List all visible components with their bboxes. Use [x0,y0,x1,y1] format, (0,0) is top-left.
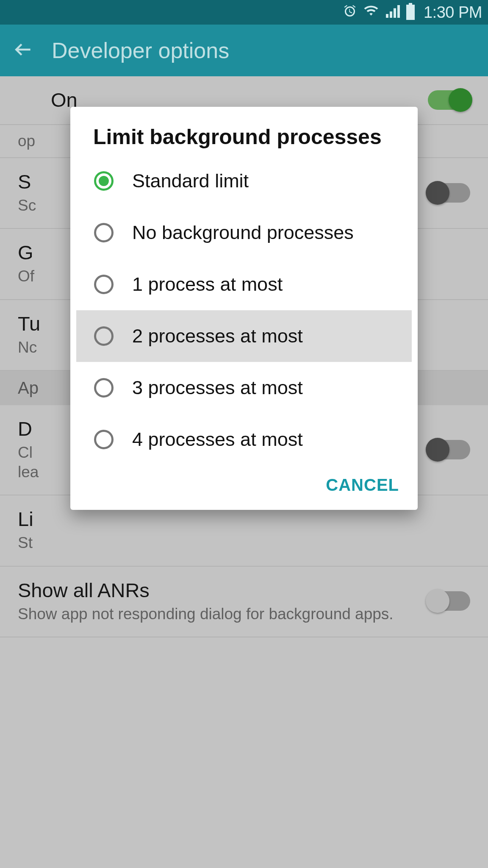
dialog-title: Limit background processes [70,125,418,155]
status-bar: 1:30 PM [0,0,488,25]
option-3-processes[interactable]: 3 processes at most [76,362,412,414]
modal-overlay[interactable]: Limit background processes Standard limi… [0,76,488,868]
radio-icon [94,430,114,449]
option-2-processes[interactable]: 2 processes at most [76,310,412,362]
option-1-process[interactable]: 1 process at most [76,259,412,310]
wifi-icon [363,4,380,21]
radio-icon [94,171,114,191]
radio-icon [94,326,114,346]
status-time: 1:30 PM [424,3,482,22]
action-bar: Developer options [0,25,488,76]
back-arrow-icon[interactable] [13,39,34,62]
battery-icon [405,3,416,22]
radio-icon [94,223,114,242]
radio-icon [94,275,114,294]
option-4-processes[interactable]: 4 processes at most [76,414,412,465]
radio-icon [94,378,114,398]
cancel-button[interactable]: CANCEL [326,476,399,495]
alarm-icon [342,4,358,21]
option-no-background[interactable]: No background processes [76,207,412,259]
limit-background-dialog: Limit background processes Standard limi… [70,107,418,510]
option-standard-limit[interactable]: Standard limit [76,155,412,207]
signal-icon [385,4,400,21]
page-title: Developer options [52,38,229,63]
